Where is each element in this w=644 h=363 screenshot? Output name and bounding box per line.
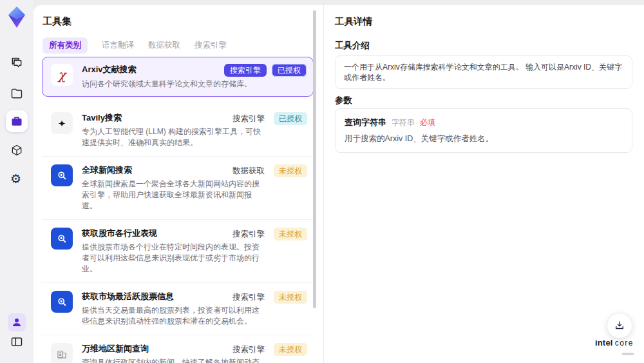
app-logo-icon bbox=[6, 5, 27, 30]
params-heading: 参数 bbox=[335, 95, 352, 106]
tool-card-most-active-stocks[interactable]: 获取市场最活跃股票信息 搜索引擎 未授权 提供当天交易量最高的股票列表，投资者可… bbox=[42, 283, 314, 335]
tool-card-arxiv[interactable]: χ Arxiv文献搜索 搜索引擎 已授权 访问各个研究领域大量科学论文和文章的存… bbox=[42, 57, 314, 97]
arxiv-logo-icon: χ bbox=[51, 64, 73, 86]
tab-translation[interactable]: 语言翻译 bbox=[102, 40, 134, 51]
tool-list: χ Arxiv文献搜索 搜索引擎 已授权 访问各个研究领域大量科学论文和文章的存… bbox=[42, 57, 314, 363]
tab-search-engine[interactable]: 搜索引擎 bbox=[194, 40, 227, 51]
list-scrollbar-thumb[interactable] bbox=[313, 10, 316, 308]
status-badge: 未授权 bbox=[274, 164, 307, 177]
tool-details-panel: 工具详情 工具介绍 一个用于从Arxiv存储库搜索科学论文和文章的工具。 输入可… bbox=[325, 5, 644, 363]
param-description: 用于搜索的Arxiv ID、关键字或作者姓名。 bbox=[345, 133, 623, 144]
status-badge: 未授权 bbox=[274, 291, 307, 304]
settings-gear-icon[interactable]: ⚙ bbox=[10, 173, 23, 186]
status-badge: 已授权 bbox=[274, 112, 307, 125]
tool-card-tavily[interactable]: ✦ Tavily搜索 搜索引擎 已授权 专为人工智能代理 (LLM) 构建的搜索… bbox=[42, 104, 314, 157]
tool-description: 专为人工智能代理 (LLM) 构建的搜索引擎工具，可快速提供实时、准确和真实的结… bbox=[82, 126, 262, 148]
cube-icon[interactable] bbox=[10, 144, 23, 157]
page-title: 工具集 bbox=[43, 15, 71, 28]
tools-panel: 工具集 所有类别 语言翻译 数据获取 搜索引擎 χ Arxiv文献搜索 搜索引擎… bbox=[33, 5, 324, 363]
tool-title: Tavily搜索 bbox=[82, 112, 122, 124]
briefcase-icon bbox=[10, 115, 23, 128]
folder-icon[interactable] bbox=[10, 87, 23, 100]
status-badge: 未授权 bbox=[274, 343, 307, 356]
layout-toggle-icon[interactable] bbox=[10, 335, 23, 348]
tool-description: 提供股票市场各个行业在特定时间段内的表现。投资者可以利用这些信息来识别表现优于或… bbox=[82, 242, 262, 275]
chat-icon[interactable] bbox=[10, 56, 23, 69]
tavily-logo-icon: ✦ bbox=[51, 112, 73, 134]
stock-tool-logo-icon bbox=[51, 291, 73, 313]
category-label: 数据获取 bbox=[232, 165, 265, 177]
tool-card-regional-news[interactable]: 万维地区新闻查询 搜索引擎 未授权 查询具体行政区划内的新闻，快速了解各地新闻动… bbox=[42, 335, 314, 363]
news-search-logo-icon bbox=[51, 164, 73, 186]
category-label: 搜索引擎 bbox=[232, 291, 265, 303]
category-label: 搜索引擎 bbox=[232, 344, 265, 355]
download-icon bbox=[614, 320, 625, 331]
tool-title: Arxiv文献搜索 bbox=[82, 64, 137, 75]
tool-card-sector-performance[interactable]: 获取股市各行业表现 搜索引擎 未授权 提供股票市场各个行业在特定时间段内的表现。… bbox=[42, 220, 314, 283]
tool-description: 访问各个研究领域大量科学论文和文章的存储库。 bbox=[82, 78, 301, 90]
tab-all-categories[interactable]: 所有类别 bbox=[43, 37, 88, 54]
main-content: 工具集 所有类别 语言翻译 数据获取 搜索引擎 χ Arxiv文献搜索 搜索引擎… bbox=[33, 5, 644, 363]
sidebar-item-tools[interactable] bbox=[6, 110, 28, 132]
sidebar-rail: ⚙ bbox=[0, 0, 33, 363]
status-badge: 未授权 bbox=[274, 228, 307, 240]
download-button[interactable] bbox=[607, 313, 632, 338]
brand-intel-text: intel bbox=[595, 338, 613, 348]
param-name: 查询字符串 bbox=[345, 117, 386, 128]
tool-title: 万维地区新闻查询 bbox=[82, 343, 149, 355]
param-type: 字符串 bbox=[392, 117, 415, 128]
category-tabs: 所有类别 语言翻译 数据获取 搜索引擎 bbox=[43, 37, 227, 54]
tool-description: 查询具体行政区划内的新闻，快速了解各地新闻动态 bbox=[82, 357, 262, 363]
intro-text-box: 一个用于从Arxiv存储库搜索科学论文和文章的工具。 输入可以是Arxiv ID… bbox=[335, 55, 632, 89]
regional-news-logo-icon bbox=[51, 343, 73, 363]
category-label: 搜索引擎 bbox=[232, 113, 265, 124]
category-label: 搜索引擎 bbox=[232, 228, 265, 240]
param-required-label: 必填 bbox=[420, 117, 435, 128]
brand-core-text: core bbox=[615, 338, 634, 348]
tool-title: 获取市场最活跃股票信息 bbox=[82, 291, 174, 302]
tool-title: 获取股市各行业表现 bbox=[82, 228, 157, 239]
tab-data-fetch[interactable]: 数据获取 bbox=[148, 40, 180, 51]
tool-description: 全球新闻搜索是一个聚合全球各大新闻网站内容的搜索引擎，帮助用户快速获取全球最新资… bbox=[82, 179, 262, 211]
stock-tool-logo-icon bbox=[51, 228, 73, 250]
param-card: 查询字符串 字符串 必填 用于搜索的Arxiv ID、关键字或作者姓名。 bbox=[335, 108, 632, 153]
user-profile-icon[interactable] bbox=[8, 313, 26, 331]
intro-heading: 工具介绍 bbox=[335, 40, 370, 52]
tool-description: 提供当天交易量最高的股票列表，投资者可以利用这些信息来识别流动性强的股票和潜在的… bbox=[82, 305, 262, 327]
category-badge: 搜索引擎 bbox=[224, 64, 267, 77]
brand-underline-bar bbox=[622, 353, 634, 355]
tool-card-global-news[interactable]: 全球新闻搜索 数据获取 未授权 全球新闻搜索是一个聚合全球各大新闻网站内容的搜索… bbox=[42, 157, 314, 220]
intel-core-logo: intel core bbox=[595, 338, 634, 357]
tool-title: 全球新闻搜索 bbox=[82, 164, 132, 176]
details-title: 工具详情 bbox=[335, 15, 372, 28]
status-badge: 已授权 bbox=[272, 64, 307, 77]
